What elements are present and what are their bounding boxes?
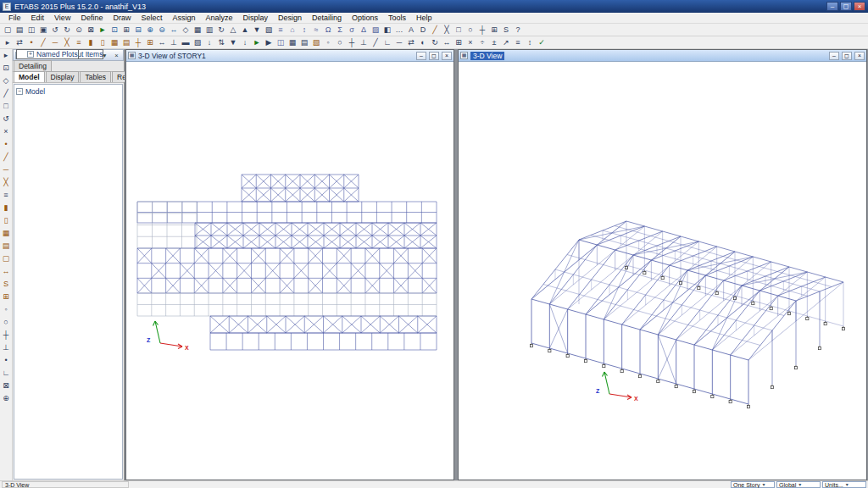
deselect-icon[interactable]: □ (1, 100, 12, 113)
delete-icon[interactable]: × (465, 37, 476, 48)
ortho-icon[interactable]: ∟ (1, 367, 12, 380)
3d-view-canvas[interactable]: XZ (459, 62, 866, 480)
select-all-icon[interactable]: ╳ (441, 25, 453, 36)
quick-draw-wall-icon[interactable]: ▯ (1, 214, 12, 227)
snap-midpoints-icon[interactable]: ○ (1, 316, 12, 329)
flip-icon[interactable]: ⇄ (405, 37, 417, 48)
rotate-3d-view-icon[interactable]: ↻ (215, 25, 227, 36)
snap-lines-icon[interactable]: ╱ (370, 37, 381, 48)
units-selector[interactable]: Units... ▾ (822, 481, 866, 488)
detailing[interactable]: Detailing (307, 13, 347, 24)
quick-draw-floor-icon[interactable]: ▤ (1, 240, 12, 252)
glue-joints-icon[interactable]: ⊕ (1, 392, 12, 405)
named-display-icon[interactable]: ▨ (370, 25, 381, 36)
draw-section-cut-icon[interactable]: S (1, 278, 12, 291)
show-energy-icon[interactable]: Δ (358, 25, 370, 36)
pan-icon[interactable]: ↔ (168, 25, 180, 36)
help-icon[interactable]: ? (512, 25, 524, 36)
snap-joints-icon[interactable]: ◦ (1, 303, 12, 316)
draw-floor-icon[interactable]: ▦ (1, 227, 12, 240)
define-menu-icon[interactable]: D (417, 25, 429, 36)
edit[interactable]: Edit (26, 13, 50, 24)
rubber-band-zoom-icon[interactable]: ⊡ (108, 25, 120, 36)
print-icon[interactable]: ▣ (37, 25, 49, 36)
draw-joint-icon[interactable]: • (1, 138, 12, 151)
object-shrink-icon[interactable]: ▧ (263, 25, 275, 36)
assign-load-icon[interactable]: ↓ (203, 37, 215, 48)
divide-icon[interactable]: ÷ (476, 37, 488, 48)
move-up-story-icon[interactable]: ▲ (239, 25, 251, 36)
move-down-story-icon[interactable]: ▼ (251, 25, 263, 36)
detailing-drawings-icon[interactable]: ▧ (310, 37, 322, 48)
previous-selection-icon[interactable]: ○ (465, 25, 476, 36)
extrude-icon[interactable]: ↗ (500, 37, 512, 48)
help[interactable]: Help (411, 13, 437, 24)
run-detailing-icon[interactable]: ► (251, 37, 263, 48)
3d-window-titlebar[interactable]: ▦ 3-D View – ◻ × (459, 50, 866, 62)
assign-menu-icon[interactable]: A (405, 25, 417, 36)
check-model-icon[interactable]: ✓ (536, 37, 548, 48)
3d-view-icon[interactable]: ◇ (180, 25, 192, 36)
draw[interactable]: Draw (108, 13, 136, 24)
tab-detailing[interactable]: Detailing (14, 60, 52, 71)
tools[interactable]: Tools (383, 13, 411, 24)
child-close-icon[interactable]: × (854, 52, 865, 60)
previous-selection-icon[interactable]: ↺ (1, 113, 12, 125)
model-explorer-toggle-icon[interactable]: ◧ (381, 25, 393, 36)
set-display-options-icon[interactable]: ≡ (275, 25, 287, 36)
draw-wall-icon[interactable]: ▮ (1, 202, 12, 214)
elevation-view-icon[interactable]: ▥ (203, 25, 215, 36)
draw-frame-icon[interactable]: ╱ (37, 37, 49, 48)
draw-braces-icon[interactable]: ╳ (1, 176, 12, 189)
pointer-select-icon[interactable]: ▸ (1, 49, 12, 62)
define[interactable]: Define (75, 13, 108, 24)
ortho-toggle-icon[interactable]: ∟ (381, 37, 393, 48)
show-undeformed-icon[interactable]: ⌂ (287, 25, 298, 36)
stretch-icon[interactable]: ↕ (524, 37, 536, 48)
view[interactable]: View (49, 13, 75, 24)
assign-frame-section-icon[interactable]: ▬ (180, 37, 192, 48)
show-mode-shape-icon[interactable]: Ω (322, 25, 334, 36)
show-forces-icon[interactable]: Σ (334, 25, 346, 36)
tab-display[interactable]: Display (46, 71, 80, 82)
options[interactable]: Options (347, 13, 383, 24)
tree-root[interactable]: − Model (16, 86, 122, 97)
select[interactable]: Select (136, 13, 167, 24)
draw-opening-icon[interactable]: ▢ (1, 252, 12, 265)
draw-joint-icon[interactable]: • (25, 37, 37, 48)
snap-perpendicular-icon[interactable]: ⊥ (1, 341, 12, 354)
measure-icon[interactable]: ↔ (156, 37, 168, 48)
story-selector[interactable]: One Story ▾ (731, 481, 775, 488)
child-restore-icon[interactable]: ◻ (842, 52, 852, 60)
assign-shell-section-icon[interactable]: ▨ (192, 37, 203, 48)
draw-grid-icon[interactable]: ⊞ (1, 291, 12, 303)
reshape-object-icon[interactable]: ⇄ (14, 37, 25, 48)
design[interactable]: Design (273, 13, 307, 24)
quick-draw-secondary-beams-icon[interactable]: ≡ (73, 37, 85, 48)
quick-draw-frame-icon[interactable]: ─ (1, 164, 12, 176)
show-load-assigns-icon[interactable]: ↕ (298, 25, 310, 36)
save-model-icon[interactable]: ◫ (25, 25, 37, 36)
collapse-icon[interactable]: − (16, 88, 23, 95)
shell-load-icon[interactable]: ▼ (227, 37, 239, 48)
new-model-icon[interactable]: ▢ (2, 25, 14, 36)
quick-draw-floor-icon[interactable]: ▤ (120, 37, 132, 48)
plan-lock-icon[interactable]: ⊠ (1, 380, 12, 392)
display[interactable]: Display (237, 13, 273, 24)
snap-nearest-icon[interactable]: • (1, 354, 12, 367)
draw-dimension-icon[interactable]: ↔ (1, 265, 12, 278)
child-close-icon[interactable]: × (442, 52, 452, 60)
mirror-icon[interactable]: ◐ (417, 37, 429, 48)
detailing-tables-icon[interactable]: ▦ (287, 37, 298, 48)
undo-icon[interactable]: ↺ (49, 25, 61, 36)
maximize-button[interactable]: ◻ (840, 2, 852, 11)
child-minimize-icon[interactable]: – (416, 52, 426, 60)
merge-icon[interactable]: ± (488, 37, 500, 48)
draw-grid-icon[interactable]: ⊞ (144, 37, 156, 48)
minimize-button[interactable]: – (826, 2, 838, 11)
plan-view-canvas[interactable]: XZ (126, 62, 453, 480)
frame-load-icon[interactable]: ⇅ (215, 37, 227, 48)
quick-draw-braces-icon[interactable]: ╳ (61, 37, 73, 48)
assign-restraint-icon[interactable]: ⊥ (168, 37, 180, 48)
redo-icon[interactable]: ↻ (61, 25, 73, 36)
